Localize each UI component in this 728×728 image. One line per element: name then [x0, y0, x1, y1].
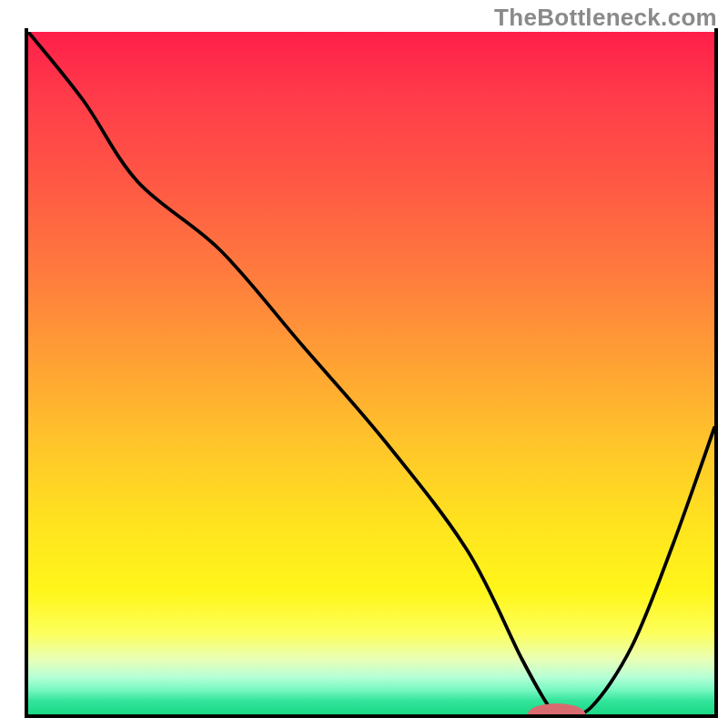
bottleneck-curve-path — [28, 32, 714, 714]
optimal-marker — [528, 703, 585, 714]
axis-right — [714, 28, 718, 718]
bottleneck-chart: TheBottleneck.com — [0, 0, 728, 728]
curve-layer — [28, 32, 714, 714]
axis-left — [25, 28, 28, 718]
axis-bottom — [25, 714, 718, 718]
watermark-text: TheBottleneck.com — [494, 4, 717, 32]
plot-area — [28, 32, 714, 714]
